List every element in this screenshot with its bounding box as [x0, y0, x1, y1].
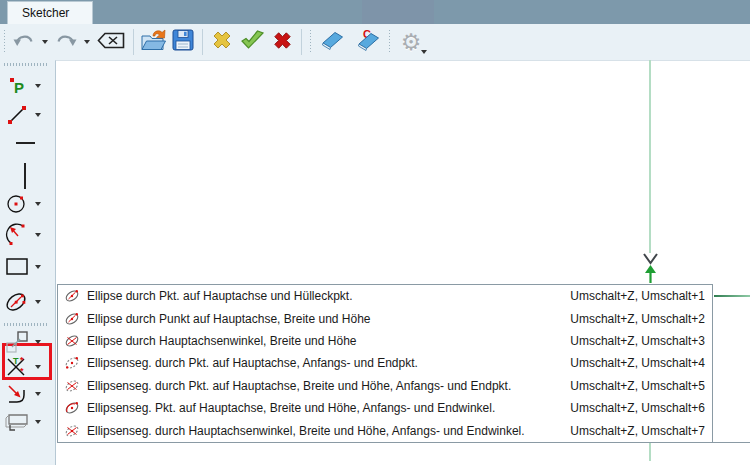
- menu-item-shortcut: Umschalt+Z, Umschalt+5: [570, 379, 712, 393]
- redo-dropdown-button[interactable]: [81, 28, 93, 56]
- menu-item-label: Ellipsenseg. durch Hauptachsenwinkel, Br…: [87, 424, 525, 438]
- tab-bar: Sketcher: [0, 0, 750, 24]
- menu-item-ellipse-width-height[interactable]: Ellipse durch Punkt auf Hauptachse, Brei…: [58, 307, 712, 329]
- erase-button[interactable]: [315, 28, 349, 56]
- delete-button[interactable]: [267, 28, 297, 56]
- toolbar-drag-handle[interactable]: [4, 323, 48, 326]
- undo-button[interactable]: [9, 28, 39, 56]
- menu-item-ellipse-segment-endpoints[interactable]: Ellipsenseg. durch Pkt. auf Hauptachse, …: [58, 352, 712, 374]
- backspace-icon: [97, 32, 125, 53]
- canvas-edge-line: [713, 442, 750, 443]
- ellipse-endpoint-icon: [62, 288, 82, 304]
- chevron-down-icon: [35, 340, 41, 344]
- ellipse-flyout-menu: Ellipse durch Pkt. auf Hauptachse und Hü…: [57, 284, 713, 443]
- redo-icon: [55, 32, 77, 52]
- trim-tool-icon: T * *: [2, 355, 32, 379]
- undo-icon: [13, 32, 35, 52]
- ellipse-tool-button[interactable]: [2, 290, 54, 314]
- rectangle-tool-button[interactable]: [2, 255, 54, 279]
- menu-item-ellipse-segment-width-height[interactable]: Ellipsenseg. durch Pkt. auf Hauptachse, …: [58, 375, 712, 397]
- menu-item-shortcut: Umschalt+Z, Umschalt+3: [570, 334, 712, 348]
- separator-vertical: [24, 163, 26, 189]
- menu-item-ellipse-segment-angles[interactable]: Ellipsenseg. Pkt. auf Hauptachse, Breite…: [58, 397, 712, 419]
- arc-tool-icon: [2, 223, 32, 247]
- chevron-down-icon: [35, 365, 41, 369]
- undo-dropdown-button[interactable]: [39, 28, 51, 56]
- trim-tool-button[interactable]: T * *: [2, 355, 54, 379]
- chevron-down-icon: [35, 265, 41, 269]
- svg-text:*: *: [20, 355, 24, 365]
- external-geometry-tool-button[interactable]: [2, 410, 54, 434]
- svg-text:P: P: [14, 79, 24, 96]
- toolbar-drag-handle[interactable]: [388, 30, 391, 54]
- x-axis-line: [714, 295, 750, 297]
- save-icon: [172, 29, 194, 55]
- menu-item-shortcut: Umschalt+Z, Umschalt+1: [570, 289, 712, 303]
- chevron-down-icon: [35, 300, 41, 304]
- menu-item-shortcut: Umschalt+Z, Umschalt+4: [570, 356, 712, 370]
- line-tool-icon: [2, 104, 32, 126]
- settings-button[interactable]: ⚙: [394, 28, 428, 56]
- toolbar-drag-handle[interactable]: [4, 63, 48, 66]
- left-toolbar: P: [0, 60, 55, 465]
- fillet-tool-button[interactable]: [2, 382, 54, 406]
- ellipse-angle-icon: [62, 333, 82, 349]
- chevron-down-icon: [421, 50, 427, 54]
- menu-item-label: Ellipse durch Pkt. auf Hauptachse und Hü…: [87, 289, 352, 303]
- menu-item-label: Ellipsenseg. durch Pkt. auf Hauptachse, …: [87, 379, 511, 393]
- toolbar-separator: [301, 29, 302, 55]
- menu-item-ellipse-segment-axis-angle[interactable]: Ellipsenseg. durch Hauptachsenwinkel, Br…: [58, 420, 712, 442]
- open-file-button[interactable]: [138, 28, 168, 56]
- tab-sketcher[interactable]: Sketcher: [7, 1, 93, 24]
- save-button[interactable]: [168, 28, 198, 56]
- ellipse-segment-endpoints-icon: [62, 355, 82, 371]
- menu-item-ellipse-endpoint[interactable]: Ellipse durch Pkt. auf Hauptachse und Hü…: [58, 285, 712, 307]
- chevron-down-icon: [84, 40, 90, 44]
- cancel-yellow-cross-icon: [210, 28, 234, 56]
- ellipse-width-height-icon: [62, 311, 82, 327]
- menu-item-label: Ellipsenseg. durch Pkt. auf Hauptachse, …: [87, 356, 418, 370]
- separator-horizontal: [16, 142, 35, 144]
- toolbar-separator: [202, 29, 203, 55]
- validate-sketch-button[interactable]: [237, 28, 267, 56]
- cancel-operation-button[interactable]: [207, 28, 237, 56]
- chevron-down-icon: [35, 233, 41, 237]
- tabbar-shade: [362, 0, 434, 24]
- settings-gear-icon: ⚙: [401, 31, 422, 54]
- y-axis-line: [649, 60, 651, 253]
- move-tool-icon: [2, 330, 32, 354]
- menu-item-label: Ellipse durch Hauptachsenwinkel, Breite …: [87, 334, 357, 348]
- menu-item-shortcut: Umschalt+Z, Umschalt+6: [570, 401, 712, 415]
- external-geometry-tool-icon: [2, 411, 32, 433]
- chevron-down-icon: [42, 40, 48, 44]
- circle-tool-button[interactable]: [2, 192, 54, 216]
- point-tool-button[interactable]: P: [2, 74, 54, 98]
- menu-item-ellipse-angle[interactable]: Ellipse durch Hauptachsenwinkel, Breite …: [58, 330, 712, 352]
- arc-tool-button[interactable]: [2, 223, 54, 247]
- toolbar-drag-handle[interactable]: [3, 30, 6, 54]
- chevron-down-icon: [35, 113, 41, 117]
- eraser-constraints-icon: C: [353, 29, 381, 55]
- validate-green-check-icon: [240, 29, 265, 55]
- line-tool-button[interactable]: [2, 103, 54, 127]
- open-file-icon: [140, 29, 166, 56]
- point-tool-icon: P: [2, 76, 32, 96]
- svg-text:*: *: [20, 366, 24, 376]
- y-axis-line-lower: [649, 443, 651, 461]
- svg-text:T: T: [13, 356, 19, 366]
- menu-item-label: Ellipsenseg. Pkt. auf Hauptachse, Breite…: [87, 401, 495, 415]
- erase-constraints-button[interactable]: C: [349, 28, 385, 56]
- ellipse-segment-axis-angle-icon: [62, 423, 82, 439]
- sketcher-window: Sketcher: [0, 0, 750, 465]
- ellipse-segment-angles-icon: [62, 400, 82, 416]
- menu-item-shortcut: Umschalt+Z, Umschalt+7: [570, 424, 712, 438]
- ellipse-tool-icon: [2, 290, 32, 314]
- delete-red-cross-icon: [271, 29, 294, 56]
- backspace-button[interactable]: [93, 28, 129, 56]
- redo-button[interactable]: [51, 28, 81, 56]
- menu-item-label: Ellipse durch Punkt auf Hauptachse, Brei…: [87, 312, 371, 326]
- toolbar-drag-handle[interactable]: [309, 30, 312, 54]
- tab-sketcher-label: Sketcher: [22, 6, 69, 20]
- menu-item-shortcut: Umschalt+Z, Umschalt+2: [570, 312, 712, 326]
- move-tool-button[interactable]: [2, 330, 54, 354]
